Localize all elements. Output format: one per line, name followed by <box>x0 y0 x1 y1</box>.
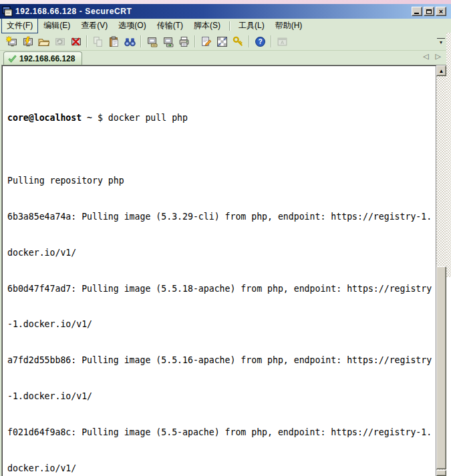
terminal-output-line: 6b3a85e4a74a: Pulling image (5.3.29-cli)… <box>7 212 435 221</box>
background-scrollbar-track <box>446 33 451 277</box>
menu-bar: 文件(F) 编辑(E) 查看(V) 选项(O) 传输(T) 脚本(S) 工具(L… <box>0 19 451 33</box>
terminal-output-line: f021d64f9a8c: Pulling image (5.5-apache)… <box>7 428 435 437</box>
session-tab-label: 192.168.66.128 <box>19 54 75 63</box>
svg-text:?: ? <box>258 38 262 45</box>
terminal-output-line: docker.io/v1/ <box>7 248 435 257</box>
print-icon[interactable] <box>176 33 192 49</box>
menu-options[interactable]: 选项(O) <box>113 18 151 33</box>
tab-scroll-right-button[interactable]: ▷ <box>436 52 441 61</box>
window-title: 192.168.66.128 - SecureCRT <box>15 7 132 16</box>
scroll-up-icon: ▲ <box>439 68 444 74</box>
tab-scroll-left-button[interactable]: ◁ <box>423 52 428 61</box>
help-icon[interactable]: ? <box>252 33 268 49</box>
toolbar-separator <box>140 35 141 47</box>
svg-text:A: A <box>281 40 284 45</box>
file-transfer-icon[interactable] <box>160 33 176 49</box>
prompt-user: core@localhost <box>7 113 82 123</box>
menu-view[interactable]: 查看(V) <box>76 18 113 33</box>
connected-check-icon <box>8 54 17 63</box>
disconnect-icon[interactable] <box>67 33 84 49</box>
connect-icon[interactable] <box>19 33 35 49</box>
toolbar-separator <box>86 35 87 47</box>
terminal-output: core@localhost ~ $ docker pull php Pulli… <box>3 66 435 476</box>
paste-icon[interactable] <box>106 33 122 49</box>
terminal-output-lines: Pulling repository php 6b3a85e4a74a: Pul… <box>7 140 435 476</box>
background-window-edge <box>446 33 451 476</box>
minimize-button[interactable] <box>412 7 422 16</box>
scrollbar-down-button[interactable] <box>436 470 446 476</box>
maximize-icon <box>426 9 432 14</box>
quick-connect-icon[interactable] <box>3 33 19 49</box>
securecrt-window: 192.168.66.128 - SecureCRT × 文件(F) 编辑(E)… <box>0 0 451 476</box>
terminal-output-line: a7fd2d55bb86: Pulling image (5.5.16-apac… <box>7 356 435 365</box>
terminal-output-line: docker.io/v1/ <box>7 464 435 473</box>
toolbar-separator <box>249 35 249 47</box>
keygen-icon[interactable] <box>230 33 246 49</box>
menu-tools[interactable]: 工具(L) <box>233 18 270 33</box>
scrollbar-up-button[interactable]: ▲ <box>436 65 446 76</box>
terminal-output-line: -1.docker.io/v1/ <box>7 320 435 328</box>
close-icon: × <box>439 8 443 15</box>
menu-transfer[interactable]: 传输(T) <box>152 18 188 33</box>
menu-file[interactable]: 文件(F) <box>1 18 38 33</box>
global-options-icon[interactable] <box>214 33 230 49</box>
maximize-button[interactable] <box>424 7 434 16</box>
terminal-area[interactable]: core@localhost ~ $ docker pull php Pulli… <box>1 65 446 476</box>
close-button[interactable]: × <box>436 7 446 16</box>
terminal-output-line: Pulling repository php <box>7 176 435 185</box>
terminal-scrollbar[interactable]: ▲ <box>436 65 446 476</box>
title-bar[interactable]: 192.168.66.128 - SecureCRT × <box>0 4 451 19</box>
copy-icon[interactable] <box>90 33 106 49</box>
menu-script[interactable]: 脚本(S) <box>188 18 226 33</box>
minimize-icon <box>414 13 419 14</box>
securecrt-app-icon <box>2 6 13 17</box>
toolbar-separator <box>271 35 271 47</box>
session-tab[interactable]: 192.168.66.128 <box>3 51 82 65</box>
connect-sftp-icon[interactable] <box>144 33 160 49</box>
scrollbar-thumb[interactable] <box>436 266 446 469</box>
terminal-prompt-line: core@localhost ~ $ docker pull php <box>7 113 435 122</box>
new-window-icon[interactable]: A <box>274 33 290 49</box>
menu-edit[interactable]: 编辑(E) <box>38 18 76 33</box>
menu-separator <box>229 21 230 31</box>
menu-help[interactable]: 帮助(H) <box>270 18 308 33</box>
prompt-command: ~ $ docker pull php <box>82 113 188 123</box>
reconnect-icon[interactable] <box>51 33 67 49</box>
toolbar-separator <box>194 35 195 47</box>
connect-in-tab-icon[interactable] <box>35 33 51 49</box>
session-options-icon[interactable] <box>198 33 214 49</box>
toolbar: ? A ▾ <box>0 33 446 51</box>
find-icon[interactable] <box>122 33 138 49</box>
terminal-output-line: -1.docker.io/v1/ <box>7 392 435 401</box>
session-tab-bar: 192.168.66.128 ◁ ▷ <box>0 51 446 65</box>
toolbar-overflow-button[interactable]: ▾ <box>437 38 445 45</box>
terminal-output-line: 6b0d47f47ad7: Pulling image (5.5.18-apac… <box>7 284 435 293</box>
